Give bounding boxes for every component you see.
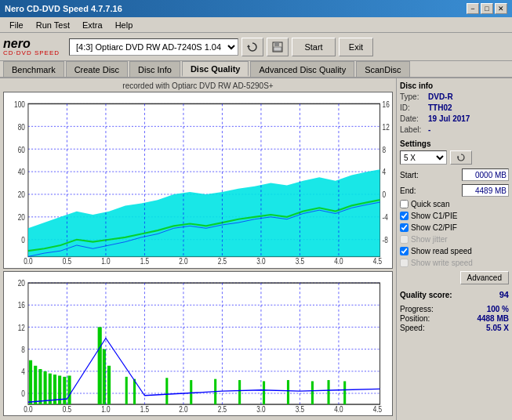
show-read-speed-row: Show read speed: [400, 247, 509, 255]
svg-rect-72: [263, 381, 265, 404]
quality-score-label: Quality score:: [400, 291, 452, 299]
close-button[interactable]: ✕: [495, 3, 507, 14]
settings-refresh-icon: [457, 154, 465, 161]
quality-score-value: 94: [499, 290, 509, 299]
svg-marker-101: [457, 156, 459, 158]
show-c1-pie-row: Show C1/PIE: [400, 212, 509, 220]
svg-rect-68: [165, 378, 168, 404]
speed-select[interactable]: 5 X: [400, 150, 447, 165]
disc-type-label: Type:: [400, 92, 425, 101]
tab-create-disc[interactable]: Create Disc: [66, 61, 128, 77]
nero-text: nero: [3, 38, 31, 50]
menu-extra[interactable]: Extra: [76, 19, 109, 31]
drive-select[interactable]: [4:3] Optiarc DVD RW AD-7240S 1.04: [69, 38, 238, 56]
exit-button[interactable]: Exit: [339, 38, 373, 56]
chart-area: recorded with Optiarc DVD RW AD-5290S+: [0, 78, 396, 420]
window-controls: − □ ✕: [467, 3, 507, 14]
top-chart-svg: 100 80 60 40 20 20 0 16 12 8 4 0 -4 -8 0…: [4, 92, 392, 268]
speed-label: Speed:: [400, 324, 425, 332]
svg-text:3.5: 3.5: [296, 404, 305, 415]
svg-rect-67: [133, 379, 136, 404]
svg-rect-57: [44, 371, 47, 404]
svg-rect-64: [103, 349, 106, 404]
svg-rect-74: [311, 381, 314, 404]
disc-date-value: 19 Jul 2017: [428, 114, 470, 123]
start-mb-input[interactable]: [462, 168, 509, 181]
start-button[interactable]: Start: [292, 38, 336, 56]
save-button[interactable]: [267, 38, 289, 56]
show-write-speed-checkbox: [400, 259, 409, 267]
svg-marker-0: [247, 45, 250, 47]
disc-type-value: DVD-R: [428, 92, 453, 101]
show-c2-pif-row: Show C2/PIF: [400, 223, 509, 232]
quick-scan-checkbox[interactable]: [400, 200, 409, 208]
position-value: 4488 MB: [477, 314, 509, 323]
nero-logo: nero CD·DVD SPEED: [3, 38, 60, 56]
disc-type-row: Type: DVD-R: [400, 92, 509, 101]
svg-rect-54: [29, 360, 32, 404]
svg-rect-63: [98, 327, 102, 404]
menu-help[interactable]: Help: [109, 19, 140, 31]
right-panel: Disc info Type: DVD-R ID: TTH02 Date: 19…: [396, 78, 512, 420]
svg-text:0: 0: [21, 389, 25, 399]
tab-scandisc[interactable]: ScanDisc: [356, 61, 409, 77]
tab-benchmark[interactable]: Benchmark: [3, 61, 64, 77]
svg-rect-2: [274, 42, 279, 46]
svg-rect-65: [107, 366, 111, 404]
show-c1-pie-checkbox[interactable]: [400, 212, 409, 220]
progress-label: Progress:: [400, 305, 434, 313]
start-mb-label: Start:: [400, 171, 419, 179]
show-c2-pif-label: Show C2/PIF: [411, 223, 457, 232]
show-c2-pif-checkbox[interactable]: [400, 223, 409, 232]
svg-rect-3: [274, 47, 281, 51]
svg-text:1.5: 1.5: [140, 256, 150, 266]
position-label: Position:: [400, 314, 430, 323]
svg-text:3.0: 3.0: [256, 404, 266, 415]
svg-text:12: 12: [383, 121, 390, 132]
show-c1-pie-label: Show C1/PIE: [411, 212, 457, 220]
svg-text:4: 4: [383, 167, 387, 177]
tab-bar: Benchmark Create Disc Disc Info Disc Qua…: [0, 61, 512, 78]
chart-title: recorded with Optiarc DVD RW AD-5290S+: [3, 81, 393, 90]
svg-rect-66: [125, 377, 128, 404]
show-write-speed-row: Show write speed: [400, 259, 509, 267]
svg-text:4: 4: [21, 367, 25, 377]
svg-text:20: 20: [18, 278, 26, 288]
disc-id-value: TTH02: [428, 103, 452, 112]
refresh-button[interactable]: [241, 38, 263, 56]
menu-run-test[interactable]: Run Test: [30, 19, 76, 31]
svg-text:0: 0: [21, 235, 25, 245]
svg-text:2.0: 2.0: [179, 256, 188, 266]
show-read-speed-label: Show read speed: [411, 247, 472, 255]
tab-disc-quality[interactable]: Disc Quality: [182, 61, 249, 77]
quick-scan-label: Quick scan: [411, 200, 449, 208]
disc-id-row: ID: TTH02: [400, 103, 509, 112]
progress-value: 100 %: [487, 305, 509, 313]
settings-refresh-button[interactable]: [450, 150, 472, 165]
svg-text:4.0: 4.0: [334, 404, 343, 415]
svg-text:0.0: 0.0: [24, 256, 33, 266]
tab-disc-info[interactable]: Disc Info: [129, 61, 180, 77]
speed-value: 5.05 X: [486, 324, 509, 332]
svg-text:60: 60: [18, 144, 26, 154]
end-mb-label: End:: [400, 186, 416, 195]
disc-date-row: Date: 19 Jul 2017: [400, 114, 509, 123]
nero-subtitle: CD·DVD SPEED: [3, 50, 60, 56]
svg-text:16: 16: [383, 99, 390, 109]
bottom-chart: 20 16 12 8 4 0 0.0 0.5 1.0 1.5 2.0 2.5 3…: [3, 271, 393, 416]
svg-text:1.0: 1.0: [101, 256, 111, 266]
menu-file[interactable]: File: [3, 19, 30, 31]
maximize-button[interactable]: □: [481, 3, 493, 14]
tab-advanced-disc-quality[interactable]: Advanced Disc Quality: [250, 61, 354, 77]
advanced-button[interactable]: Advanced: [460, 271, 509, 284]
disc-label-label: Label:: [400, 125, 425, 134]
end-mb-row: End:: [400, 184, 509, 197]
minimize-button[interactable]: −: [467, 3, 479, 14]
show-read-speed-checkbox[interactable]: [400, 247, 409, 255]
svg-rect-55: [34, 366, 37, 404]
end-mb-input[interactable]: [462, 184, 509, 197]
svg-text:0.5: 0.5: [63, 256, 72, 266]
disc-info-title: Disc info: [400, 81, 509, 90]
svg-text:2.5: 2.5: [218, 404, 227, 415]
svg-text:4.5: 4.5: [373, 404, 383, 415]
